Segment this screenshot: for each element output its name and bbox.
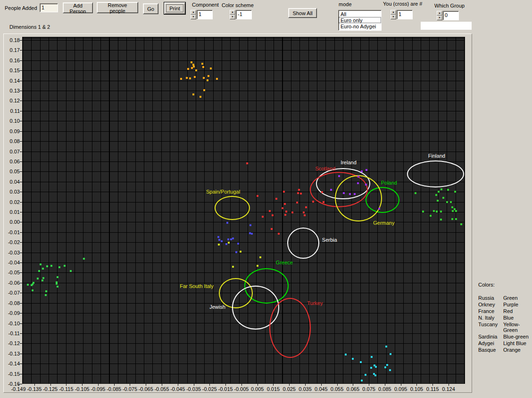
- scatter-point-russia: [455, 210, 457, 212]
- scatter-point-orkney: [361, 170, 363, 172]
- y-tick-label: 0.05: [4, 169, 20, 174]
- scatter-point-sardinia: [31, 284, 33, 286]
- extra-text-field[interactable]: [421, 22, 472, 30]
- scatter-point-adygei: [375, 366, 377, 368]
- scatter-point-n-italy: [227, 238, 229, 240]
- scatter-point-adygei: [389, 369, 391, 371]
- scatter-point-tuscany: [232, 266, 234, 268]
- you-cross-spinner[interactable]: ▲ ▼ 1: [391, 10, 413, 19]
- component-value[interactable]: 1: [197, 10, 213, 19]
- scatter-point-france: [257, 195, 258, 197]
- color-scheme-down-arrow-icon[interactable]: ▼: [230, 15, 235, 19]
- scatter-point-sardinia: [37, 278, 39, 279]
- you-cross-up-arrow-icon[interactable]: ▲: [391, 10, 396, 15]
- which-group-spinner[interactable]: ▲ ▼ 0: [437, 11, 459, 20]
- mode-option-euro-only[interactable]: Euro only: [339, 17, 381, 23]
- which-group-up-arrow-icon[interactable]: ▲: [437, 11, 442, 16]
- scatter-point-tuscany: [240, 251, 241, 253]
- x-tick-mark: [225, 384, 226, 386]
- people-added-input[interactable]: 1: [40, 3, 58, 12]
- scatter-point-sardinia: [70, 270, 72, 272]
- y-tick-mark: [20, 374, 22, 374]
- scatter-point-adygei: [370, 367, 372, 369]
- y-tick-label: 0.09: [4, 128, 20, 134]
- y-tick-mark: [20, 141, 22, 142]
- scatter-point-basque: [186, 77, 188, 79]
- scatter-point-russia: [446, 201, 448, 203]
- y-tick-label: -0.10: [4, 321, 20, 326]
- scatter-point-basque: [195, 69, 197, 71]
- x-tick-mark: [34, 384, 35, 386]
- mode-listbox[interactable]: All Euro only Euro-no Adygei: [338, 10, 382, 31]
- scatter-point-sardinia: [56, 283, 58, 285]
- y-tick-mark: [20, 111, 22, 111]
- scatter-point-sardinia: [32, 289, 33, 291]
- y-tick-label: -0.14: [4, 361, 20, 366]
- scatter-point-basque: [202, 66, 204, 68]
- y-tick-label: 0.12: [4, 98, 20, 103]
- component-spinner[interactable]: ▲ ▼ 1: [191, 10, 213, 19]
- add-person-button[interactable]: Add Person: [63, 2, 93, 13]
- scatter-point-sardinia: [45, 290, 47, 292]
- scatter-point-sardinia: [45, 294, 47, 296]
- component-up-arrow-icon[interactable]: ▲: [191, 10, 196, 15]
- scatter-point-sardinia: [38, 270, 40, 272]
- scatter-point-n-italy: [221, 240, 223, 242]
- legend-color-name: Orange: [503, 347, 532, 353]
- cluster-ellipse-finland: [407, 161, 464, 187]
- scatter-point-sardinia: [57, 286, 58, 288]
- y-tick-label: 0.16: [4, 58, 20, 63]
- mode-option-euro-no-adygei[interactable]: Euro-no Adygei: [339, 23, 381, 29]
- scatter-point-basque: [191, 61, 192, 63]
- scatter-point-basque: [194, 76, 196, 78]
- which-group-value[interactable]: 0: [443, 11, 459, 20]
- y-tick-label: -0.03: [4, 250, 20, 255]
- scatter-point-basque: [208, 75, 209, 77]
- cluster-label-far-south-italy: Far South Italy: [180, 283, 214, 289]
- scatter-point-basque: [203, 89, 205, 91]
- x-tick-mark: [416, 384, 417, 386]
- scatter-point-france: [312, 201, 314, 203]
- print-button[interactable]: Print: [164, 2, 185, 14]
- x-tick-label: 0.124: [438, 386, 459, 392]
- x-tick-mark: [18, 384, 19, 386]
- component-down-arrow-icon[interactable]: ▼: [191, 15, 196, 19]
- y-tick-label: -0.09: [4, 310, 20, 316]
- scatter-point-russia: [455, 218, 457, 220]
- app-window: { "toolbar": { "people_added_label": "Pe…: [0, 0, 532, 398]
- scatter-point-sardinia: [58, 266, 60, 268]
- mode-option-all[interactable]: All: [339, 11, 381, 17]
- you-cross-value[interactable]: 1: [397, 10, 413, 19]
- remove-people-button[interactable]: Remove people: [97, 2, 138, 13]
- y-tick-mark: [20, 384, 22, 384]
- y-tick-mark: [20, 313, 22, 313]
- show-all-button[interactable]: Show All: [288, 8, 317, 18]
- scatter-point-france: [278, 233, 280, 235]
- legend-color-name: Blue: [503, 315, 532, 321]
- scatter-point-russia: [452, 210, 454, 212]
- scatter-plot[interactable]: IrelandScotlandFinlandPolandGermanySpain…: [22, 37, 465, 384]
- go-button[interactable]: Go: [143, 3, 158, 14]
- scatter-point-basque: [193, 66, 195, 68]
- cluster-ellipse-spain-portugal: [215, 196, 250, 220]
- chart-panel: IrelandScotlandFinlandPolandGermanySpain…: [3, 34, 472, 393]
- y-tick-mark: [20, 152, 22, 152]
- y-tick-mark: [20, 171, 22, 172]
- scatter-point-russia: [422, 211, 424, 212]
- y-tick-label: 0.07: [4, 149, 20, 154]
- which-group-down-arrow-icon[interactable]: ▼: [437, 16, 442, 20]
- color-scheme-spinner[interactable]: ▲ ▼ -1: [230, 10, 252, 19]
- mode-label: mode: [339, 1, 352, 7]
- color-scheme-up-arrow-icon[interactable]: ▲: [230, 10, 235, 15]
- you-cross-down-arrow-icon[interactable]: ▼: [391, 15, 396, 19]
- scatter-point-russia: [442, 197, 444, 199]
- y-tick-mark: [20, 242, 22, 243]
- y-tick-mark: [20, 101, 22, 101]
- scatter-point-adygei: [371, 356, 373, 358]
- color-scheme-value[interactable]: -1: [236, 10, 252, 19]
- print-focus-ring: [166, 4, 183, 12]
- y-tick-label: -0.11: [4, 330, 20, 336]
- y-tick-mark: [20, 222, 22, 222]
- y-tick-mark: [20, 121, 22, 121]
- y-tick-mark: [20, 263, 22, 263]
